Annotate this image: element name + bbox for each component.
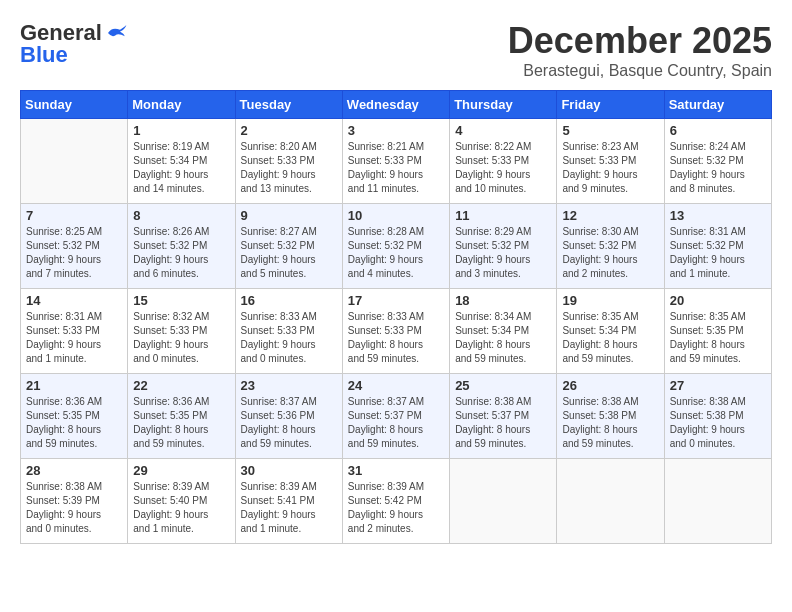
day-number: 29 (133, 463, 229, 478)
calendar-cell: 27Sunrise: 8:38 AM Sunset: 5:38 PM Dayli… (664, 374, 771, 459)
day-number: 25 (455, 378, 551, 393)
header-monday: Monday (128, 91, 235, 119)
day-number: 16 (241, 293, 337, 308)
calendar-cell: 17Sunrise: 8:33 AM Sunset: 5:33 PM Dayli… (342, 289, 449, 374)
day-info: Sunrise: 8:19 AM Sunset: 5:34 PM Dayligh… (133, 140, 229, 196)
day-info: Sunrise: 8:37 AM Sunset: 5:36 PM Dayligh… (241, 395, 337, 451)
day-info: Sunrise: 8:30 AM Sunset: 5:32 PM Dayligh… (562, 225, 658, 281)
day-info: Sunrise: 8:31 AM Sunset: 5:33 PM Dayligh… (26, 310, 122, 366)
calendar-cell: 28Sunrise: 8:38 AM Sunset: 5:39 PM Dayli… (21, 459, 128, 544)
calendar-cell: 1Sunrise: 8:19 AM Sunset: 5:34 PM Daylig… (128, 119, 235, 204)
day-number: 15 (133, 293, 229, 308)
logo: General Blue (20, 20, 128, 68)
day-number: 17 (348, 293, 444, 308)
header-friday: Friday (557, 91, 664, 119)
day-number: 14 (26, 293, 122, 308)
day-number: 26 (562, 378, 658, 393)
day-info: Sunrise: 8:39 AM Sunset: 5:42 PM Dayligh… (348, 480, 444, 536)
day-number: 18 (455, 293, 551, 308)
day-number: 27 (670, 378, 766, 393)
day-info: Sunrise: 8:33 AM Sunset: 5:33 PM Dayligh… (241, 310, 337, 366)
day-info: Sunrise: 8:38 AM Sunset: 5:37 PM Dayligh… (455, 395, 551, 451)
day-number: 7 (26, 208, 122, 223)
day-info: Sunrise: 8:35 AM Sunset: 5:34 PM Dayligh… (562, 310, 658, 366)
calendar-cell: 2Sunrise: 8:20 AM Sunset: 5:33 PM Daylig… (235, 119, 342, 204)
day-number: 3 (348, 123, 444, 138)
day-number: 2 (241, 123, 337, 138)
day-number: 23 (241, 378, 337, 393)
calendar-cell: 22Sunrise: 8:36 AM Sunset: 5:35 PM Dayli… (128, 374, 235, 459)
calendar-cell: 13Sunrise: 8:31 AM Sunset: 5:32 PM Dayli… (664, 204, 771, 289)
calendar-cell: 11Sunrise: 8:29 AM Sunset: 5:32 PM Dayli… (450, 204, 557, 289)
day-number: 10 (348, 208, 444, 223)
day-info: Sunrise: 8:29 AM Sunset: 5:32 PM Dayligh… (455, 225, 551, 281)
day-number: 4 (455, 123, 551, 138)
calendar-cell: 12Sunrise: 8:30 AM Sunset: 5:32 PM Dayli… (557, 204, 664, 289)
day-info: Sunrise: 8:20 AM Sunset: 5:33 PM Dayligh… (241, 140, 337, 196)
day-number: 8 (133, 208, 229, 223)
day-number: 21 (26, 378, 122, 393)
calendar-week-row: 1Sunrise: 8:19 AM Sunset: 5:34 PM Daylig… (21, 119, 772, 204)
calendar-cell: 24Sunrise: 8:37 AM Sunset: 5:37 PM Dayli… (342, 374, 449, 459)
calendar-cell: 29Sunrise: 8:39 AM Sunset: 5:40 PM Dayli… (128, 459, 235, 544)
day-number: 20 (670, 293, 766, 308)
calendar-cell: 7Sunrise: 8:25 AM Sunset: 5:32 PM Daylig… (21, 204, 128, 289)
day-info: Sunrise: 8:39 AM Sunset: 5:40 PM Dayligh… (133, 480, 229, 536)
calendar-cell: 31Sunrise: 8:39 AM Sunset: 5:42 PM Dayli… (342, 459, 449, 544)
day-info: Sunrise: 8:24 AM Sunset: 5:32 PM Dayligh… (670, 140, 766, 196)
day-number: 19 (562, 293, 658, 308)
calendar-cell: 21Sunrise: 8:36 AM Sunset: 5:35 PM Dayli… (21, 374, 128, 459)
day-info: Sunrise: 8:38 AM Sunset: 5:38 PM Dayligh… (670, 395, 766, 451)
day-info: Sunrise: 8:21 AM Sunset: 5:33 PM Dayligh… (348, 140, 444, 196)
day-number: 28 (26, 463, 122, 478)
day-number: 30 (241, 463, 337, 478)
calendar-week-row: 28Sunrise: 8:38 AM Sunset: 5:39 PM Dayli… (21, 459, 772, 544)
calendar-cell: 23Sunrise: 8:37 AM Sunset: 5:36 PM Dayli… (235, 374, 342, 459)
logo-blue-text: Blue (20, 42, 68, 68)
calendar-cell: 4Sunrise: 8:22 AM Sunset: 5:33 PM Daylig… (450, 119, 557, 204)
day-info: Sunrise: 8:37 AM Sunset: 5:37 PM Dayligh… (348, 395, 444, 451)
day-info: Sunrise: 8:38 AM Sunset: 5:39 PM Dayligh… (26, 480, 122, 536)
calendar-cell (21, 119, 128, 204)
day-number: 11 (455, 208, 551, 223)
calendar-cell: 5Sunrise: 8:23 AM Sunset: 5:33 PM Daylig… (557, 119, 664, 204)
day-info: Sunrise: 8:38 AM Sunset: 5:38 PM Dayligh… (562, 395, 658, 451)
day-info: Sunrise: 8:23 AM Sunset: 5:33 PM Dayligh… (562, 140, 658, 196)
day-info: Sunrise: 8:27 AM Sunset: 5:32 PM Dayligh… (241, 225, 337, 281)
header-saturday: Saturday (664, 91, 771, 119)
calendar-cell: 6Sunrise: 8:24 AM Sunset: 5:32 PM Daylig… (664, 119, 771, 204)
day-info: Sunrise: 8:34 AM Sunset: 5:34 PM Dayligh… (455, 310, 551, 366)
day-info: Sunrise: 8:39 AM Sunset: 5:41 PM Dayligh… (241, 480, 337, 536)
day-number: 9 (241, 208, 337, 223)
header-wednesday: Wednesday (342, 91, 449, 119)
day-info: Sunrise: 8:36 AM Sunset: 5:35 PM Dayligh… (26, 395, 122, 451)
calendar-cell: 16Sunrise: 8:33 AM Sunset: 5:33 PM Dayli… (235, 289, 342, 374)
day-number: 22 (133, 378, 229, 393)
calendar-week-row: 7Sunrise: 8:25 AM Sunset: 5:32 PM Daylig… (21, 204, 772, 289)
day-info: Sunrise: 8:33 AM Sunset: 5:33 PM Dayligh… (348, 310, 444, 366)
day-info: Sunrise: 8:25 AM Sunset: 5:32 PM Dayligh… (26, 225, 122, 281)
calendar-week-row: 21Sunrise: 8:36 AM Sunset: 5:35 PM Dayli… (21, 374, 772, 459)
day-info: Sunrise: 8:36 AM Sunset: 5:35 PM Dayligh… (133, 395, 229, 451)
day-number: 31 (348, 463, 444, 478)
day-info: Sunrise: 8:35 AM Sunset: 5:35 PM Dayligh… (670, 310, 766, 366)
page-header: General Blue December 2025 Berastegui, B… (20, 20, 772, 80)
calendar-cell: 30Sunrise: 8:39 AM Sunset: 5:41 PM Dayli… (235, 459, 342, 544)
calendar-cell: 20Sunrise: 8:35 AM Sunset: 5:35 PM Dayli… (664, 289, 771, 374)
calendar-cell (450, 459, 557, 544)
calendar-cell: 26Sunrise: 8:38 AM Sunset: 5:38 PM Dayli… (557, 374, 664, 459)
location-subtitle: Berastegui, Basque Country, Spain (508, 62, 772, 80)
calendar-cell: 15Sunrise: 8:32 AM Sunset: 5:33 PM Dayli… (128, 289, 235, 374)
day-info: Sunrise: 8:31 AM Sunset: 5:32 PM Dayligh… (670, 225, 766, 281)
day-number: 5 (562, 123, 658, 138)
day-number: 1 (133, 123, 229, 138)
calendar-cell (664, 459, 771, 544)
calendar-cell: 9Sunrise: 8:27 AM Sunset: 5:32 PM Daylig… (235, 204, 342, 289)
header-thursday: Thursday (450, 91, 557, 119)
day-number: 13 (670, 208, 766, 223)
day-info: Sunrise: 8:32 AM Sunset: 5:33 PM Dayligh… (133, 310, 229, 366)
calendar-cell: 18Sunrise: 8:34 AM Sunset: 5:34 PM Dayli… (450, 289, 557, 374)
day-info: Sunrise: 8:26 AM Sunset: 5:32 PM Dayligh… (133, 225, 229, 281)
day-number: 12 (562, 208, 658, 223)
header-sunday: Sunday (21, 91, 128, 119)
